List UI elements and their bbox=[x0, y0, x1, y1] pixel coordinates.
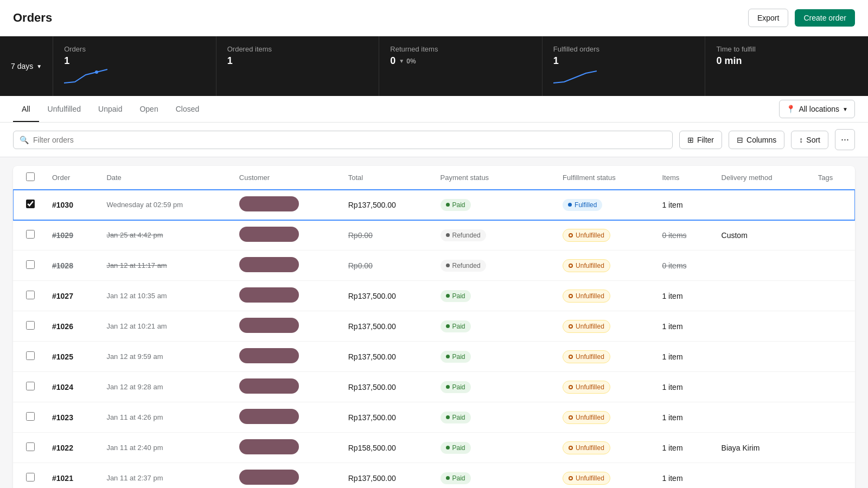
order-total: Rp0.00 bbox=[340, 220, 432, 251]
tab-all[interactable]: All bbox=[13, 96, 39, 122]
period-selector[interactable]: 7 days ▼ bbox=[0, 36, 53, 96]
row-select-checkbox[interactable] bbox=[26, 291, 35, 299]
order-number[interactable]: #1025 bbox=[43, 342, 98, 372]
stat-returned-items: Returned items 0 ▼ 0% bbox=[379, 36, 542, 96]
order-number[interactable]: #1022 bbox=[43, 433, 98, 463]
search-input[interactable] bbox=[13, 131, 673, 149]
order-number[interactable]: #1030 bbox=[43, 190, 98, 220]
fulfillment-badge-dot bbox=[569, 415, 573, 420]
order-payment-status: Paid bbox=[432, 342, 554, 372]
table-row[interactable]: #1027 Jan 12 at 10:35 am Rp137,500.00 Pa… bbox=[13, 281, 855, 311]
sort-button[interactable]: ↕ Sort bbox=[791, 131, 828, 149]
page-header: Orders Export Create order bbox=[0, 0, 868, 36]
order-total: Rp0.00 bbox=[340, 251, 432, 281]
period-label: 7 days bbox=[11, 62, 33, 70]
order-fulfillment-status: Unfulfilled bbox=[554, 463, 653, 489]
th-customer[interactable]: Customer bbox=[231, 166, 340, 190]
table-row[interactable]: #1025 Jan 12 at 9:59 am Rp137,500.00 Pai… bbox=[13, 342, 855, 372]
order-total: Rp137,500.00 bbox=[340, 281, 432, 311]
select-all-checkbox[interactable] bbox=[26, 172, 35, 181]
tabs: All Unfulfilled Unpaid Open Closed bbox=[13, 96, 208, 122]
create-order-button[interactable]: Create order bbox=[795, 9, 855, 27]
payment-badge-dot bbox=[446, 385, 450, 389]
order-number[interactable]: #1021 bbox=[43, 463, 98, 489]
payment-badge: Paid bbox=[441, 320, 471, 332]
order-customer bbox=[231, 342, 340, 372]
filter-button[interactable]: ⊞ Filter bbox=[679, 131, 722, 149]
row-checkbox bbox=[13, 433, 43, 463]
order-date: Jan 12 at 10:35 am bbox=[98, 281, 230, 311]
order-number[interactable]: #1028 bbox=[43, 251, 98, 281]
export-button[interactable]: Export bbox=[748, 9, 788, 27]
th-fulfillment-status[interactable]: Fulfillment status bbox=[554, 166, 653, 190]
fulfillment-badge: Unfulfilled bbox=[563, 229, 610, 242]
fulfillment-badge: Unfulfilled bbox=[563, 381, 610, 394]
tab-open[interactable]: Open bbox=[131, 96, 167, 122]
row-select-checkbox[interactable] bbox=[26, 442, 35, 451]
table-row[interactable]: #1024 Jan 12 at 9:28 am Rp137,500.00 Pai… bbox=[13, 372, 855, 402]
row-select-checkbox[interactable] bbox=[26, 351, 35, 360]
columns-button[interactable]: ⊟ Columns bbox=[729, 131, 784, 149]
order-payment-status: Paid bbox=[432, 281, 554, 311]
stats-bar: 7 days ▼ Orders 1 Ordered items 1 Return… bbox=[0, 36, 868, 96]
row-select-checkbox[interactable] bbox=[26, 412, 35, 421]
payment-badge: Paid bbox=[441, 381, 471, 393]
customer-avatar bbox=[239, 287, 299, 303]
row-select-checkbox[interactable] bbox=[26, 473, 35, 481]
table-row[interactable]: #1022 Jan 11 at 2:40 pm Rp158,500.00 Pai… bbox=[13, 433, 855, 463]
order-number[interactable]: #1026 bbox=[43, 311, 98, 342]
payment-badge-dot bbox=[446, 203, 450, 207]
locations-selector[interactable]: 📍 All locations ▼ bbox=[779, 100, 855, 118]
order-total: Rp137,500.00 bbox=[340, 190, 432, 220]
table-row[interactable]: #1021 Jan 11 at 2:37 pm Rp137,500.00 Pai… bbox=[13, 463, 855, 489]
row-checkbox bbox=[13, 372, 43, 402]
th-total[interactable]: Total bbox=[340, 166, 432, 190]
table-row[interactable]: #1028 Jan 12 at 11:17 am Rp0.00 Refunded… bbox=[13, 251, 855, 281]
row-select-checkbox[interactable] bbox=[26, 382, 35, 390]
fulfillment-badge-dot bbox=[569, 476, 573, 480]
fulfillment-badge-dot bbox=[569, 264, 573, 268]
order-number[interactable]: #1027 bbox=[43, 281, 98, 311]
orders-table-wrapper: Order Date Customer Total Payment status… bbox=[13, 166, 855, 488]
more-options-button[interactable]: ··· bbox=[835, 129, 855, 150]
payment-badge-dot bbox=[446, 264, 450, 267]
th-items[interactable]: Items bbox=[653, 166, 712, 190]
th-date[interactable]: Date bbox=[98, 166, 230, 190]
payment-badge: Refunded bbox=[441, 229, 486, 241]
page-title: Orders bbox=[13, 11, 52, 25]
th-order[interactable]: Order bbox=[43, 166, 98, 190]
order-customer bbox=[231, 463, 340, 489]
order-delivery bbox=[713, 372, 809, 402]
tab-unfulfilled[interactable]: Unfulfilled bbox=[39, 96, 90, 122]
row-select-checkbox[interactable] bbox=[26, 260, 35, 269]
table-row[interactable]: #1030 Wednesday at 02:59 pm Rp137,500.00… bbox=[13, 190, 855, 220]
order-items: 1 item bbox=[653, 281, 712, 311]
order-number[interactable]: #1029 bbox=[43, 220, 98, 251]
row-select-checkbox[interactable] bbox=[26, 200, 35, 208]
th-delivery[interactable]: Delivery method bbox=[713, 166, 809, 190]
payment-badge-dot bbox=[446, 415, 450, 419]
order-tags bbox=[809, 220, 855, 251]
customer-avatar bbox=[239, 439, 299, 454]
order-number[interactable]: #1024 bbox=[43, 372, 98, 402]
order-items: 1 item bbox=[653, 342, 712, 372]
order-delivery bbox=[713, 281, 809, 311]
table-row[interactable]: #1026 Jan 12 at 10:21 am Rp137,500.00 Pa… bbox=[13, 311, 855, 342]
tab-closed[interactable]: Closed bbox=[167, 96, 208, 122]
order-fulfillment-status: Unfulfilled bbox=[554, 281, 653, 311]
row-checkbox bbox=[13, 251, 43, 281]
period-caret-icon: ▼ bbox=[36, 63, 42, 69]
table-row[interactable]: #1023 Jan 11 at 4:26 pm Rp137,500.00 Pai… bbox=[13, 402, 855, 433]
tab-unpaid[interactable]: Unpaid bbox=[90, 96, 131, 122]
row-select-checkbox[interactable] bbox=[26, 230, 35, 239]
table-row[interactable]: #1029 Jan 25 at 4:42 pm Rp0.00 Refunded … bbox=[13, 220, 855, 251]
order-tags bbox=[809, 372, 855, 402]
th-payment-status[interactable]: Payment status bbox=[432, 166, 554, 190]
row-checkbox bbox=[13, 402, 43, 433]
row-checkbox bbox=[13, 311, 43, 342]
order-number[interactable]: #1023 bbox=[43, 402, 98, 433]
th-tags[interactable]: Tags bbox=[809, 166, 855, 190]
row-select-checkbox[interactable] bbox=[26, 321, 35, 330]
fulfillment-badge: Unfulfilled bbox=[563, 259, 610, 272]
order-customer bbox=[231, 402, 340, 433]
